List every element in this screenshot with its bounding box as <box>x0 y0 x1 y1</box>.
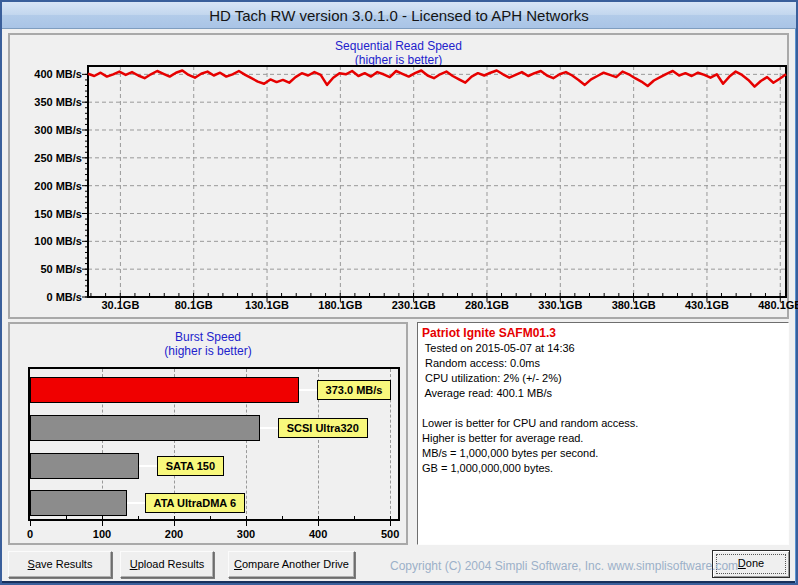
info-line: Lower is better for CPU and random acces… <box>422 416 788 431</box>
info-line: GB = 1,000,000,000 bytes. <box>422 461 788 476</box>
sequential-read-panel: Sequential Read Speed (higher is better)… <box>8 33 789 319</box>
info-line <box>422 401 788 416</box>
drive-info-panel: Patriot Ignite SAFM01.3 Tested on 2015-0… <box>417 322 789 545</box>
compare-another-drive-label: Compare Another Drive <box>229 552 354 577</box>
burst-axis-label: 400 <box>298 528 338 540</box>
burst-chart-subtitle: (higher is better) <box>10 344 406 358</box>
info-line: MB/s = 1,000,000 bytes per second. <box>422 446 788 461</box>
x-tick-label: 230.1GB <box>384 299 444 311</box>
save-results-button[interactable]: Save Results <box>8 551 112 578</box>
burst-axis-tick <box>246 521 247 526</box>
bar-label-connector <box>127 502 145 504</box>
y-tick-label: 150 MB/s <box>10 207 82 221</box>
burst-axis-label: 0 <box>10 528 50 540</box>
x-tick-label: 130.1GB <box>237 299 297 311</box>
info-line: Tested on 2015-05-07 at 14:36 <box>422 341 788 356</box>
burst-minor-tick <box>390 516 391 519</box>
burst-axis-tick <box>390 521 391 526</box>
burst-minor-tick <box>282 516 283 519</box>
save-results-label: Save Results <box>9 552 111 577</box>
read-speed-line <box>88 71 786 87</box>
x-tick-label: 480.1GB <box>750 299 798 311</box>
x-tick-label: 180.1GB <box>310 299 370 311</box>
sequential-read-chart <box>80 60 796 309</box>
sequential-chart-title: Sequential Read Speed <box>10 39 787 53</box>
burst-minor-tick <box>210 516 211 519</box>
burst-axis-label: 200 <box>154 528 194 540</box>
burst-minor-tick <box>354 516 355 519</box>
burst-bar-label: SCSI Ultra320 <box>278 418 368 438</box>
burst-minor-tick <box>174 516 175 519</box>
y-tick-label: 300 MB/s <box>10 123 82 137</box>
titlebar[interactable]: HD Tach RW version 3.0.1.0 - Licensed to… <box>2 2 796 29</box>
bar-label-connector <box>260 427 278 429</box>
x-tick-label: 330.1GB <box>530 299 590 311</box>
x-tick-label: 280.1GB <box>457 299 517 311</box>
burst-axis-tick <box>174 521 175 526</box>
copyright-text: Copyright (C) 2004 Simpli Software, Inc.… <box>390 559 738 573</box>
burst-speed-panel: Burst Speed (higher is better) 373.0 MB/… <box>8 322 408 545</box>
info-line: Random access: 0.0ms <box>422 356 788 371</box>
burst-minor-tick <box>102 516 103 519</box>
burst-minor-tick <box>246 516 247 519</box>
x-tick-label: 430.1GB <box>677 299 737 311</box>
burst-minor-tick <box>318 516 319 519</box>
burst-minor-tick <box>138 516 139 519</box>
burst-chart-title: Burst Speed <box>10 330 406 344</box>
y-tick-label: 250 MB/s <box>10 151 82 165</box>
burst-bar-label: 373.0 MB/s <box>317 380 392 400</box>
y-tick-label: 0 MB/s <box>10 290 82 304</box>
drive-info-lines: Tested on 2015-05-07 at 14:36 Random acc… <box>422 341 788 476</box>
burst-bar <box>30 490 127 516</box>
bar-label-connector <box>139 465 157 467</box>
x-tick-label: 30.1GB <box>90 299 150 311</box>
burst-chart-plot: 373.0 MB/sSCSI Ultra320SATA 150ATA Ultra… <box>28 367 400 521</box>
burst-bar-label: SATA 150 <box>157 456 224 476</box>
compare-another-drive-button[interactable]: Compare Another Drive <box>228 551 355 578</box>
info-line: CPU utilization: 2% (+/- 2%) <box>422 371 788 386</box>
y-tick-label: 350 MB/s <box>10 95 82 109</box>
drive-name: Patriot Ignite SAFM01.3 <box>422 326 788 341</box>
info-line: Average read: 400.1 MB/s <box>422 386 788 401</box>
info-line: Higher is better for average read. <box>422 431 788 446</box>
burst-axis-tick <box>318 521 319 526</box>
y-tick-label: 100 MB/s <box>10 234 82 248</box>
y-tick-label: 400 MB/s <box>10 67 82 81</box>
burst-bar <box>30 415 260 441</box>
upload-results-label: Upload Results <box>121 552 213 577</box>
burst-bar <box>30 377 299 403</box>
y-tick-label: 50 MB/s <box>10 262 82 276</box>
burst-minor-tick <box>66 516 67 519</box>
burst-axis-label: 500 <box>370 528 410 540</box>
burst-bar <box>30 453 139 479</box>
burst-axis-label: 300 <box>226 528 266 540</box>
burst-bar-label: ATA UltraDMA 6 <box>145 493 246 513</box>
upload-results-button[interactable]: Upload Results <box>120 551 214 578</box>
bar-label-connector <box>299 389 317 391</box>
x-tick-label: 80.1GB <box>164 299 224 311</box>
burst-axis-tick <box>102 521 103 526</box>
x-tick-label: 380.1GB <box>604 299 664 311</box>
y-tick-label: 200 MB/s <box>10 179 82 193</box>
burst-axis-label: 100 <box>82 528 122 540</box>
window-title: HD Tach RW version 3.0.1.0 - Licensed to… <box>209 7 589 24</box>
hdtach-window: HD Tach RW version 3.0.1.0 - Licensed to… <box>0 0 798 585</box>
burst-axis-tick <box>30 521 31 526</box>
